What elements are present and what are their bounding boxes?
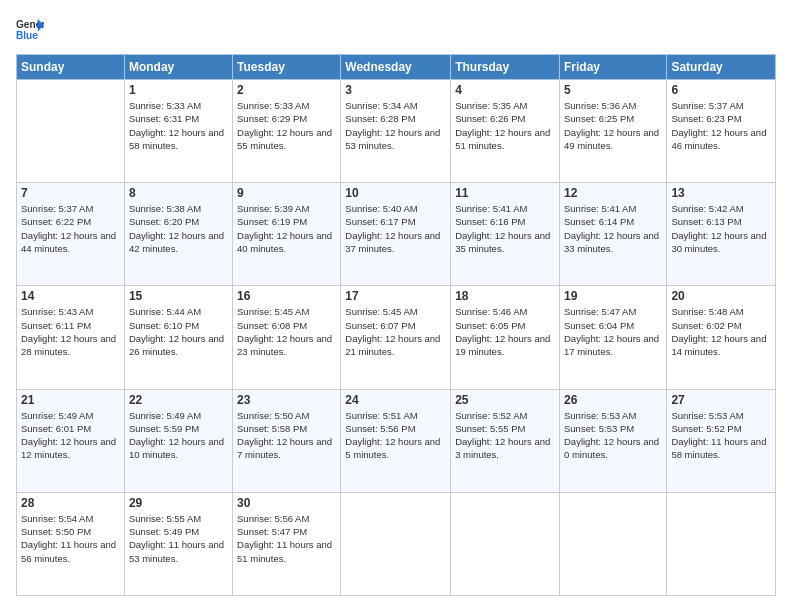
- weekday-header-wednesday: Wednesday: [341, 55, 451, 80]
- calendar-cell: 30Sunrise: 5:56 AM Sunset: 5:47 PM Dayli…: [233, 492, 341, 595]
- day-number: 8: [129, 186, 228, 200]
- week-row-2: 14Sunrise: 5:43 AM Sunset: 6:11 PM Dayli…: [17, 286, 776, 389]
- day-info: Sunrise: 5:33 AM Sunset: 6:31 PM Dayligh…: [129, 99, 228, 152]
- calendar-cell: [559, 492, 666, 595]
- day-number: 25: [455, 393, 555, 407]
- day-number: 26: [564, 393, 662, 407]
- day-info: Sunrise: 5:54 AM Sunset: 5:50 PM Dayligh…: [21, 512, 120, 565]
- weekday-header-friday: Friday: [559, 55, 666, 80]
- day-info: Sunrise: 5:48 AM Sunset: 6:02 PM Dayligh…: [671, 305, 771, 358]
- day-info: Sunrise: 5:50 AM Sunset: 5:58 PM Dayligh…: [237, 409, 336, 462]
- day-info: Sunrise: 5:33 AM Sunset: 6:29 PM Dayligh…: [237, 99, 336, 152]
- day-number: 20: [671, 289, 771, 303]
- calendar-page: General Blue SundayMondayTuesdayWednesda…: [0, 0, 792, 612]
- day-number: 13: [671, 186, 771, 200]
- day-info: Sunrise: 5:49 AM Sunset: 5:59 PM Dayligh…: [129, 409, 228, 462]
- calendar-cell: 5Sunrise: 5:36 AM Sunset: 6:25 PM Daylig…: [559, 80, 666, 183]
- day-number: 7: [21, 186, 120, 200]
- day-number: 11: [455, 186, 555, 200]
- calendar-cell: 27Sunrise: 5:53 AM Sunset: 5:52 PM Dayli…: [667, 389, 776, 492]
- day-info: Sunrise: 5:36 AM Sunset: 6:25 PM Dayligh…: [564, 99, 662, 152]
- calendar-cell: 9Sunrise: 5:39 AM Sunset: 6:19 PM Daylig…: [233, 183, 341, 286]
- calendar-cell: 28Sunrise: 5:54 AM Sunset: 5:50 PM Dayli…: [17, 492, 125, 595]
- day-info: Sunrise: 5:53 AM Sunset: 5:52 PM Dayligh…: [671, 409, 771, 462]
- weekday-header-thursday: Thursday: [451, 55, 560, 80]
- day-info: Sunrise: 5:42 AM Sunset: 6:13 PM Dayligh…: [671, 202, 771, 255]
- week-row-3: 21Sunrise: 5:49 AM Sunset: 6:01 PM Dayli…: [17, 389, 776, 492]
- weekday-header-tuesday: Tuesday: [233, 55, 341, 80]
- calendar-cell: 7Sunrise: 5:37 AM Sunset: 6:22 PM Daylig…: [17, 183, 125, 286]
- calendar-cell: 13Sunrise: 5:42 AM Sunset: 6:13 PM Dayli…: [667, 183, 776, 286]
- calendar-cell: 29Sunrise: 5:55 AM Sunset: 5:49 PM Dayli…: [124, 492, 232, 595]
- logo: General Blue: [16, 16, 48, 44]
- calendar-cell: [451, 492, 560, 595]
- day-number: 28: [21, 496, 120, 510]
- day-info: Sunrise: 5:52 AM Sunset: 5:55 PM Dayligh…: [455, 409, 555, 462]
- calendar-cell: 17Sunrise: 5:45 AM Sunset: 6:07 PM Dayli…: [341, 286, 451, 389]
- weekday-header-row: SundayMondayTuesdayWednesdayThursdayFrid…: [17, 55, 776, 80]
- day-info: Sunrise: 5:34 AM Sunset: 6:28 PM Dayligh…: [345, 99, 446, 152]
- day-number: 29: [129, 496, 228, 510]
- calendar-cell: [667, 492, 776, 595]
- weekday-header-saturday: Saturday: [667, 55, 776, 80]
- day-info: Sunrise: 5:49 AM Sunset: 6:01 PM Dayligh…: [21, 409, 120, 462]
- day-info: Sunrise: 5:38 AM Sunset: 6:20 PM Dayligh…: [129, 202, 228, 255]
- calendar-cell: 2Sunrise: 5:33 AM Sunset: 6:29 PM Daylig…: [233, 80, 341, 183]
- calendar-cell: 3Sunrise: 5:34 AM Sunset: 6:28 PM Daylig…: [341, 80, 451, 183]
- calendar-cell: [17, 80, 125, 183]
- weekday-header-monday: Monday: [124, 55, 232, 80]
- day-info: Sunrise: 5:39 AM Sunset: 6:19 PM Dayligh…: [237, 202, 336, 255]
- day-number: 19: [564, 289, 662, 303]
- calendar-cell: 25Sunrise: 5:52 AM Sunset: 5:55 PM Dayli…: [451, 389, 560, 492]
- day-number: 22: [129, 393, 228, 407]
- calendar-cell: [341, 492, 451, 595]
- calendar-cell: 22Sunrise: 5:49 AM Sunset: 5:59 PM Dayli…: [124, 389, 232, 492]
- day-number: 10: [345, 186, 446, 200]
- svg-text:Blue: Blue: [16, 30, 38, 41]
- day-info: Sunrise: 5:35 AM Sunset: 6:26 PM Dayligh…: [455, 99, 555, 152]
- day-number: 16: [237, 289, 336, 303]
- day-number: 24: [345, 393, 446, 407]
- day-number: 12: [564, 186, 662, 200]
- day-number: 3: [345, 83, 446, 97]
- calendar-cell: 18Sunrise: 5:46 AM Sunset: 6:05 PM Dayli…: [451, 286, 560, 389]
- day-number: 15: [129, 289, 228, 303]
- day-info: Sunrise: 5:43 AM Sunset: 6:11 PM Dayligh…: [21, 305, 120, 358]
- calendar-cell: 23Sunrise: 5:50 AM Sunset: 5:58 PM Dayli…: [233, 389, 341, 492]
- day-number: 27: [671, 393, 771, 407]
- calendar-cell: 8Sunrise: 5:38 AM Sunset: 6:20 PM Daylig…: [124, 183, 232, 286]
- day-info: Sunrise: 5:44 AM Sunset: 6:10 PM Dayligh…: [129, 305, 228, 358]
- calendar-body: 1Sunrise: 5:33 AM Sunset: 6:31 PM Daylig…: [17, 80, 776, 596]
- calendar-cell: 1Sunrise: 5:33 AM Sunset: 6:31 PM Daylig…: [124, 80, 232, 183]
- week-row-1: 7Sunrise: 5:37 AM Sunset: 6:22 PM Daylig…: [17, 183, 776, 286]
- day-number: 1: [129, 83, 228, 97]
- logo-icon: General Blue: [16, 16, 44, 44]
- day-info: Sunrise: 5:55 AM Sunset: 5:49 PM Dayligh…: [129, 512, 228, 565]
- day-info: Sunrise: 5:51 AM Sunset: 5:56 PM Dayligh…: [345, 409, 446, 462]
- day-number: 18: [455, 289, 555, 303]
- day-info: Sunrise: 5:46 AM Sunset: 6:05 PM Dayligh…: [455, 305, 555, 358]
- day-number: 4: [455, 83, 555, 97]
- day-number: 2: [237, 83, 336, 97]
- day-info: Sunrise: 5:40 AM Sunset: 6:17 PM Dayligh…: [345, 202, 446, 255]
- day-info: Sunrise: 5:56 AM Sunset: 5:47 PM Dayligh…: [237, 512, 336, 565]
- calendar-cell: 12Sunrise: 5:41 AM Sunset: 6:14 PM Dayli…: [559, 183, 666, 286]
- day-info: Sunrise: 5:45 AM Sunset: 6:07 PM Dayligh…: [345, 305, 446, 358]
- day-info: Sunrise: 5:37 AM Sunset: 6:22 PM Dayligh…: [21, 202, 120, 255]
- day-info: Sunrise: 5:41 AM Sunset: 6:16 PM Dayligh…: [455, 202, 555, 255]
- day-info: Sunrise: 5:45 AM Sunset: 6:08 PM Dayligh…: [237, 305, 336, 358]
- calendar-cell: 10Sunrise: 5:40 AM Sunset: 6:17 PM Dayli…: [341, 183, 451, 286]
- calendar-cell: 15Sunrise: 5:44 AM Sunset: 6:10 PM Dayli…: [124, 286, 232, 389]
- day-number: 9: [237, 186, 336, 200]
- day-info: Sunrise: 5:53 AM Sunset: 5:53 PM Dayligh…: [564, 409, 662, 462]
- calendar-cell: 4Sunrise: 5:35 AM Sunset: 6:26 PM Daylig…: [451, 80, 560, 183]
- header: General Blue: [16, 16, 776, 44]
- day-number: 21: [21, 393, 120, 407]
- week-row-0: 1Sunrise: 5:33 AM Sunset: 6:31 PM Daylig…: [17, 80, 776, 183]
- day-number: 23: [237, 393, 336, 407]
- calendar-cell: 24Sunrise: 5:51 AM Sunset: 5:56 PM Dayli…: [341, 389, 451, 492]
- calendar-cell: 21Sunrise: 5:49 AM Sunset: 6:01 PM Dayli…: [17, 389, 125, 492]
- day-number: 5: [564, 83, 662, 97]
- day-info: Sunrise: 5:41 AM Sunset: 6:14 PM Dayligh…: [564, 202, 662, 255]
- calendar-cell: 6Sunrise: 5:37 AM Sunset: 6:23 PM Daylig…: [667, 80, 776, 183]
